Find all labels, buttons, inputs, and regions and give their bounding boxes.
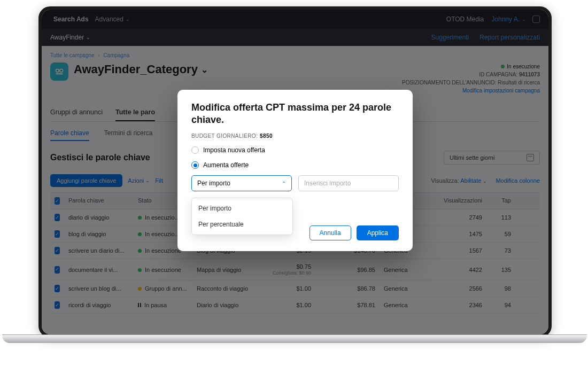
modal-overlay: Modifica offerta CPT massima per 24 paro…: [42, 10, 548, 334]
daily-budget: BUDGET GIORNALIERO:$850: [191, 133, 399, 139]
option-by-amount[interactable]: Per importo: [192, 200, 292, 216]
increase-type-select[interactable]: Per importo ⌃: [191, 175, 292, 191]
laptop-base: [2, 334, 587, 343]
radio-icon: [191, 146, 199, 154]
radio-icon: [191, 161, 199, 169]
amount-input[interactable]: [298, 175, 399, 191]
modal-title: Modifica offerta CPT massima per 24 paro…: [191, 102, 399, 126]
chevron-up-icon: ⌃: [282, 181, 286, 186]
increase-type-options: Per importo Per percentuale: [191, 198, 293, 235]
cancel-button[interactable]: Annulla: [310, 225, 351, 240]
edit-bid-modal: Modifica offerta CPT massima per 24 paro…: [177, 90, 413, 251]
apply-button[interactable]: Applica: [357, 225, 399, 240]
option-by-percentage[interactable]: Per percentuale: [192, 216, 292, 232]
radio-increase-bids[interactable]: Aumenta offerte: [191, 161, 399, 169]
radio-set-new-bid[interactable]: Imposta nuova offerta: [191, 146, 399, 154]
